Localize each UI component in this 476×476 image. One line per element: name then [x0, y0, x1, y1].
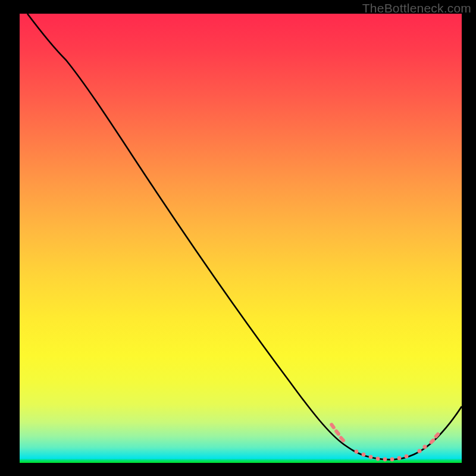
svg-point-10 — [405, 455, 409, 459]
svg-point-5 — [369, 455, 373, 459]
svg-point-12 — [422, 444, 427, 449]
svg-point-6 — [376, 457, 380, 461]
svg-rect-0 — [329, 422, 336, 430]
plot-area — [20, 14, 462, 463]
chart-frame: TheBottleneck.com — [0, 0, 476, 476]
svg-point-11 — [417, 449, 421, 453]
bottleneck-curve — [27, 14, 462, 459]
svg-point-3 — [355, 450, 359, 454]
svg-point-9 — [397, 456, 402, 461]
svg-rect-1 — [334, 428, 341, 436]
optimal-zone-markers — [329, 422, 440, 461]
svg-point-7 — [383, 458, 387, 462]
svg-point-8 — [390, 458, 394, 462]
svg-point-4 — [362, 453, 366, 457]
watermark-text: TheBottleneck.com — [362, 1, 471, 15]
chart-svg — [20, 14, 462, 463]
